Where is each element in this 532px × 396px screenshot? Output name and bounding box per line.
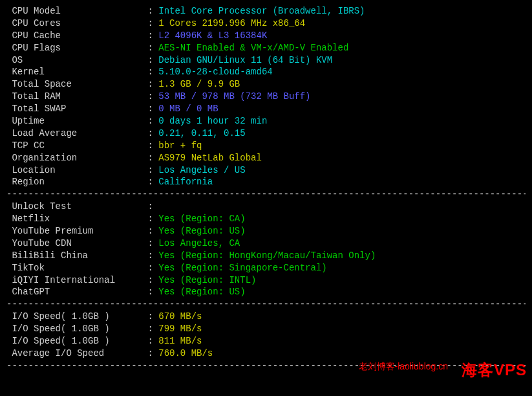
label: CPU Model bbox=[6, 5, 147, 17]
row-unlock-header: Unlock Test : bbox=[6, 201, 526, 213]
row-os: OS : Debian GNU/Linux 11 (64 Bit) KVM bbox=[6, 54, 526, 67]
row-tiktok: TikTok : Yes (Region: Singapore-Central) bbox=[6, 262, 526, 274]
row-bilibili-china: BiliBili China : Yes (Region: HongKong/M… bbox=[6, 250, 526, 262]
divider: ----------------------------------------… bbox=[6, 298, 526, 311]
row-netflix: Netflix : Yes (Region: CA) bbox=[6, 213, 526, 225]
row-youtube-premium: YouTube Premium : Yes (Region: US) bbox=[6, 225, 526, 237]
divider: ----------------------------------------… bbox=[6, 188, 526, 201]
row-iqiyi: iQIYI International : Yes (Region: INTL) bbox=[6, 274, 526, 287]
value: Intel Core Processor (Broadwell, IBRS) bbox=[158, 5, 365, 17]
row-total-swap: Total SWAP : 0 MB / 0 MB bbox=[6, 103, 526, 115]
watermark-brand: 海客VPS bbox=[462, 360, 527, 380]
watermark-blog: 老刘博客-laoliublog.cn bbox=[359, 360, 449, 373]
row-io-2: I/O Speed( 1.0GB ) : 799 MB/s bbox=[6, 323, 526, 335]
row-tcp-cc: TCP CC : bbr + fq bbox=[6, 140, 526, 152]
row-chatgpt: ChatGPT : Yes (Region: US) bbox=[6, 286, 526, 298]
row-io-avg: Average I/O Speed : 760.0 MB/s bbox=[6, 347, 526, 360]
row-uptime: Uptime : 0 days 1 hour 32 min bbox=[6, 115, 526, 127]
row-total-ram: Total RAM : 53 MB / 978 MB (732 MB Buff) bbox=[6, 91, 526, 103]
row-load-average: Load Average : 0.21, 0.11, 0.15 bbox=[6, 127, 526, 140]
row-io-1: I/O Speed( 1.0GB ) : 670 MB/s bbox=[6, 311, 526, 323]
row-organization: Organization : AS979 NetLab Global bbox=[6, 152, 526, 164]
row-youtube-cdn: YouTube CDN : Los Angeles, CA bbox=[6, 237, 526, 250]
row-total-space: Total Space : 1.3 GB / 9.9 GB bbox=[6, 78, 526, 91]
row-region: Region : California bbox=[6, 176, 526, 188]
row-location: Location : Los Angeles / US bbox=[6, 164, 526, 177]
row-cpu-cores: CPU Cores : 1 Cores 2199.996 MHz x86_64 bbox=[6, 17, 526, 30]
row-cpu-flags: CPU Flags : AES-NI Enabled & VM-x/AMD-V … bbox=[6, 42, 526, 54]
row-cpu-cache: CPU Cache : L2 4096K & L3 16384K bbox=[6, 30, 526, 42]
row-cpu-model: CPU Model : Intel Core Processor (Broadw… bbox=[6, 5, 526, 17]
row-kernel: Kernel : 5.10.0-28-cloud-amd64 bbox=[6, 66, 526, 78]
row-io-3: I/O Speed( 1.0GB ) : 811 MB/s bbox=[6, 335, 526, 347]
